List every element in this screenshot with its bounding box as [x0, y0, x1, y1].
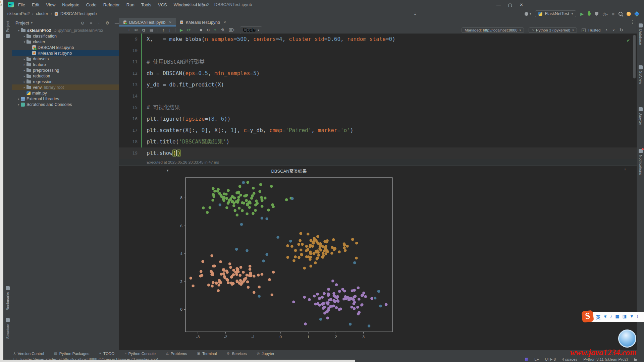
menu-edit[interactable]: Edit: [32, 2, 39, 7]
ime-icon[interactable]: ♪: [610, 314, 612, 320]
menu-view[interactable]: View: [46, 2, 55, 7]
ime-icon[interactable]: ◨: [623, 314, 627, 320]
plugin-status-icon[interactable]: [525, 358, 528, 361]
next-cell-icon[interactable]: ∨: [612, 28, 615, 32]
breadcrumb-item[interactable]: sklearnPro2: [7, 11, 30, 16]
tool-window-button-todo[interactable]: ≡TODO: [99, 352, 114, 356]
code-line-9[interactable]: 9X, _ = make_blobs(n_samples=500, center…: [119, 34, 637, 45]
close-tab-icon[interactable]: ✕: [223, 20, 226, 24]
tree-chevron-icon[interactable]: ▸: [17, 103, 21, 106]
menu-tools[interactable]: Tools: [141, 2, 151, 7]
profiler-button[interactable]: ◷▾: [602, 11, 608, 16]
menu-refactor[interactable]: Refactor: [103, 2, 120, 7]
status-item-4-spaces[interactable]: 4 spaces: [562, 357, 577, 361]
kernel-select[interactable]: ○ Python 3 (ipykernel)▾: [529, 27, 577, 33]
tree-chevron-icon[interactable]: ▸: [22, 57, 26, 61]
collapse-output-icon[interactable]: ▾: [167, 168, 169, 173]
tree-row-scratches-and-consoles[interactable]: ▸Scratches and Consoles: [12, 102, 122, 107]
tool-stripe-sciview[interactable]: SciView: [637, 65, 644, 84]
tree-chevron-icon[interactable]: ▾: [22, 40, 26, 44]
tool-window-button-jupyter[interactable]: ◎Jupyter: [257, 352, 274, 356]
code-line-10[interactable]: 10: [119, 45, 637, 56]
inspections-ok-icon[interactable]: ✔: [627, 38, 630, 43]
tree-chevron-icon[interactable]: ▸: [17, 97, 21, 101]
tree-chevron-icon[interactable]: ▾: [17, 29, 21, 32]
tool-stripe-database[interactable]: Database: [637, 23, 644, 45]
menu-code[interactable]: Code: [86, 2, 97, 7]
paste-cell-icon[interactable]: ▤: [150, 28, 153, 33]
promotion-icon[interactable]: [627, 12, 631, 16]
status-item-lf[interactable]: LF: [534, 357, 539, 361]
run-cell-icon[interactable]: ▶: [180, 28, 183, 33]
tree-row-datasets[interactable]: ▸datasets: [12, 56, 122, 62]
close-tab-icon[interactable]: ✕: [169, 20, 171, 24]
ime-icon[interactable]: ∗: [603, 314, 607, 320]
copy-cell-icon[interactable]: ⧉: [142, 28, 145, 33]
search-everywhere-icon[interactable]: [619, 12, 623, 16]
ime-toolbar[interactable]: S 英∗♪▦◨▼⁞: [583, 312, 644, 322]
tree-row-classification[interactable]: ▸classification: [12, 33, 122, 39]
refresh-icon[interactable]: ↻: [620, 27, 623, 33]
run-configuration-select[interactable]: FlaskNetTest ▾: [535, 10, 576, 17]
expand-collapse-icon[interactable]: ÷: [98, 20, 100, 25]
panel-settings-icon[interactable]: ⚙: [105, 20, 109, 25]
tool-stripe-bookmarks[interactable]: Bookmarks: [3, 286, 12, 310]
locate-file-icon[interactable]: ⊙: [81, 20, 85, 25]
code-editor[interactable]: 9X, _ = make_blobs(n_samples=500, center…: [119, 34, 637, 166]
tool-stripe-project[interactable]: Project: [3, 21, 12, 38]
tree-row-dbscantest-ipynb[interactable]: DBSCANTest.ipynb: [12, 45, 122, 50]
close-button[interactable]: ✕: [520, 2, 523, 7]
tree-chevron-icon[interactable]: ▸: [22, 69, 26, 72]
prev-cell-icon[interactable]: ∧: [605, 28, 607, 32]
sogou-logo-icon[interactable]: S: [581, 310, 594, 322]
code-line-13[interactable]: 13y_db = db.fit_predict(X): [119, 79, 637, 90]
breadcrumb-item[interactable]: cluster: [36, 11, 48, 16]
settings-gem-icon[interactable]: [634, 11, 640, 16]
trusted-checkbox[interactable]: ✓Trusted: [582, 28, 601, 32]
tree-chevron-icon[interactable]: ▸: [22, 86, 26, 89]
move-cell-down-icon[interactable]: ↓: [169, 28, 171, 33]
tab-dbscantest-ipynb[interactable]: DBSCANTest.ipynb✕: [119, 18, 176, 26]
run-button[interactable]: ▶: [580, 11, 584, 16]
tool-window-button-python-packages[interactable]: ▤Python Packages: [54, 352, 89, 356]
code-line-15[interactable]: 15# 可视化结果: [119, 102, 637, 113]
stop-button[interactable]: ■: [612, 11, 614, 16]
minimize-button[interactable]: —: [496, 2, 501, 7]
tool-window-button-version-control[interactable]: YVersion Control: [13, 352, 44, 356]
add-cell-icon[interactable]: +: [128, 28, 130, 33]
tree-row-regression[interactable]: ▸regression: [12, 79, 122, 84]
cut-cell-icon[interactable]: ✂: [135, 28, 138, 33]
tree-chevron-icon[interactable]: ▸: [22, 63, 26, 66]
status-item-utf-8[interactable]: UTF-8: [545, 357, 556, 361]
tree-chevron-icon[interactable]: ▸: [22, 74, 26, 78]
code-line-14[interactable]: 14: [119, 90, 637, 102]
collapse-all-icon[interactable]: ≡: [90, 20, 93, 25]
project-panel-title[interactable]: Project: [15, 20, 29, 25]
delete-cell-icon[interactable]: ⌦: [229, 28, 234, 33]
tree-row-cluster[interactable]: ▾cluster: [12, 39, 122, 45]
ime-icon[interactable]: ▦: [615, 314, 619, 320]
tree-chevron-icon[interactable]: ▸: [22, 80, 26, 83]
user-profile-icon[interactable]: ▾: [525, 12, 531, 16]
debug-cell-icon[interactable]: ⚗: [221, 28, 224, 33]
tool-window-button-problems[interactable]: ⚠Problems: [166, 352, 187, 356]
tool-window-button-services[interactable]: ⚙Services: [227, 352, 247, 356]
assistant-ball[interactable]: [618, 329, 636, 348]
code-line-19[interactable]: 19plt.show(): [119, 147, 637, 159]
code-line-11[interactable]: 11# 使用DBSCAN进行聚类: [119, 56, 637, 68]
code-line-16[interactable]: 16plt.figure(figsize=(8, 6)): [119, 113, 637, 125]
tool-stripe-structure[interactable]: Structure: [3, 318, 12, 339]
code-line-12[interactable]: 12db = DBSCAN(eps=0.5, min_samples=5): [119, 68, 637, 79]
tree-row-feature[interactable]: ▸feature: [12, 62, 122, 67]
jupyter-server-select[interactable]: Managed: http://localhost:8888▾: [462, 27, 524, 33]
tree-row-main-py[interactable]: main.py: [12, 90, 122, 96]
menu-run[interactable]: Run: [126, 2, 135, 7]
hide-panel-icon[interactable]: —: [115, 20, 119, 25]
tree-row-kmeanstest-ipynb[interactable]: KMeansTest.ipynb: [12, 50, 122, 56]
menu-navigate[interactable]: Navigate: [62, 2, 79, 7]
tree-row-venv[interactable]: ▸venvlibrary root: [12, 84, 122, 90]
debug-button[interactable]: [588, 12, 591, 16]
tree-row-sklearnpro2[interactable]: ▾sklearnPro2D:\python_pro\sklearnPro2: [12, 27, 122, 33]
tab-kmeanstest-ipynb[interactable]: KMeansTest.ipynb✕: [176, 18, 230, 26]
output-options-icon[interactable]: ⋮: [623, 167, 627, 172]
